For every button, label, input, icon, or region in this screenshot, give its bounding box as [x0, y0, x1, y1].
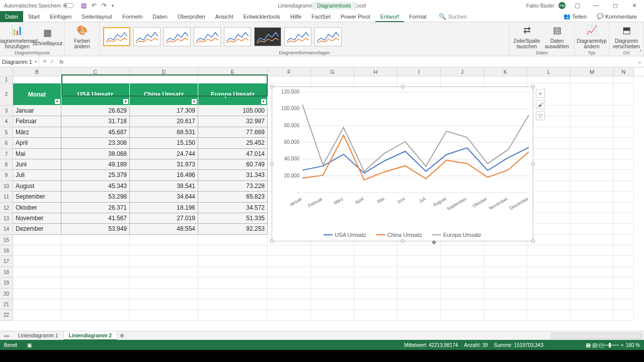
cell[interactable] [614, 170, 634, 180]
save-icon[interactable]: ▧ [81, 2, 87, 9]
table-cell[interactable]: 20.617 [130, 116, 198, 127]
sheet-nav[interactable]: ◂ ▸ [0, 333, 13, 338]
cell[interactable] [571, 278, 614, 288]
add-sheet-button[interactable]: ⊕ [117, 332, 126, 339]
cell[interactable] [527, 289, 571, 299]
cell[interactable] [198, 245, 268, 256]
row-header[interactable]: 1 [0, 76, 13, 83]
table-cell[interactable]: 38.541 [130, 181, 198, 192]
select-all-corner[interactable] [0, 67, 13, 76]
cell[interactable] [61, 310, 130, 320]
cell[interactable] [268, 256, 311, 266]
col-header[interactable]: F [268, 67, 311, 76]
cell[interactable] [311, 267, 354, 278]
row-header[interactable]: 10 [0, 181, 13, 192]
ribbon-options-icon[interactable]: ▢ [570, 2, 585, 9]
chart-legend[interactable]: USA Umsatz China Umsatz Europa Umsatz [272, 232, 533, 238]
cell[interactable] [614, 235, 634, 245]
cell[interactable] [614, 192, 634, 202]
table-cell[interactable]: Mai [13, 149, 61, 159]
cell[interactable] [441, 310, 484, 320]
accept-formula-icon[interactable]: ✓ [50, 58, 54, 65]
tab-file[interactable]: Datei [0, 11, 23, 22]
table-cell[interactable]: 15.150 [130, 138, 198, 148]
table-cell[interactable]: Oktober [13, 203, 61, 213]
table-cell[interactable]: 105.000 [198, 106, 268, 116]
cell[interactable] [354, 289, 397, 299]
cell[interactable] [571, 138, 614, 148]
cell[interactable] [571, 289, 614, 299]
row-header[interactable]: 9 [0, 170, 13, 180]
table-cell[interactable]: 34.644 [130, 192, 198, 202]
table-cell[interactable]: 38.068 [61, 149, 130, 159]
fx-icon[interactable]: fx [59, 59, 64, 65]
table-cell[interactable]: 17.309 [130, 106, 198, 116]
row-header[interactable]: 2 [0, 83, 13, 106]
row-header[interactable]: 18 [0, 267, 13, 278]
macro-record-icon[interactable]: ▣ [27, 342, 32, 348]
quick-layout-button[interactable]: ▦Schnelllayout [33, 27, 61, 46]
cell[interactable] [571, 149, 614, 159]
cell[interactable] [354, 245, 397, 256]
cell[interactable] [484, 256, 527, 266]
resize-handle[interactable] [531, 239, 535, 243]
table-cell[interactable]: 31.343 [198, 170, 268, 180]
chart-style-thumb[interactable] [194, 27, 221, 46]
cell[interactable] [354, 267, 397, 278]
cell[interactable] [571, 203, 614, 213]
sheet-tab[interactable]: Liniendiagramm 1 [13, 331, 64, 340]
cell[interactable] [571, 170, 614, 180]
filter-icon[interactable]: ▾ [192, 99, 197, 104]
table-cell[interactable]: 68.531 [130, 127, 198, 138]
cell[interactable] [397, 310, 441, 320]
chart-elements-icon[interactable]: + [536, 89, 545, 98]
cell[interactable] [397, 278, 441, 288]
row-header[interactable]: 19 [0, 278, 13, 288]
cell[interactable] [571, 181, 614, 192]
col-header[interactable]: L [527, 67, 571, 76]
cell[interactable] [614, 289, 634, 299]
tab-data[interactable]: Daten [147, 11, 172, 22]
name-box[interactable]: Diagramm 1▾ [0, 56, 39, 67]
cell[interactable] [130, 267, 198, 278]
cell[interactable] [198, 235, 268, 245]
cell[interactable] [198, 278, 268, 288]
select-data-button[interactable]: ▤Daten auswählen [543, 24, 571, 49]
filter-icon[interactable]: ▾ [55, 99, 60, 104]
table-cell[interactable]: 18.196 [130, 203, 198, 213]
cell[interactable] [268, 289, 311, 299]
row-header[interactable]: 4 [0, 116, 13, 127]
col-header[interactable]: H [354, 67, 397, 76]
tab-start[interactable]: Start [23, 11, 45, 22]
cell[interactable] [198, 289, 268, 299]
row-header[interactable]: 7 [0, 149, 13, 159]
cell[interactable] [13, 310, 61, 320]
table-cell[interactable]: 47.014 [198, 149, 268, 159]
cell[interactable] [130, 310, 198, 320]
table-header[interactable]: Monat▾ [13, 83, 61, 106]
cell[interactable] [268, 76, 311, 83]
comments-button[interactable]: 💬Kommentare [594, 12, 640, 21]
col-header[interactable]: J [441, 67, 484, 76]
table-cell[interactable]: 31.718 [61, 116, 130, 127]
cell[interactable] [484, 76, 527, 83]
filter-icon[interactable]: ▾ [123, 99, 128, 104]
cell[interactable] [311, 299, 354, 310]
cell[interactable] [441, 256, 484, 266]
cell[interactable] [130, 289, 198, 299]
cell[interactable] [614, 213, 634, 224]
table-cell[interactable]: Dezember [13, 224, 61, 234]
cell[interactable] [527, 310, 571, 320]
table-cell[interactable]: 53.949 [61, 224, 130, 234]
cell[interactable] [571, 256, 614, 266]
cell[interactable] [484, 245, 527, 256]
qat-customize-icon[interactable]: ▾ [112, 4, 114, 8]
cell[interactable] [61, 235, 130, 245]
cell[interactable] [571, 299, 614, 310]
cell[interactable] [614, 76, 634, 83]
table-cell[interactable]: Januar [13, 106, 61, 116]
cell[interactable] [311, 289, 354, 299]
cell[interactable] [614, 310, 634, 320]
table-cell[interactable]: November [13, 213, 61, 224]
cell[interactable] [311, 278, 354, 288]
